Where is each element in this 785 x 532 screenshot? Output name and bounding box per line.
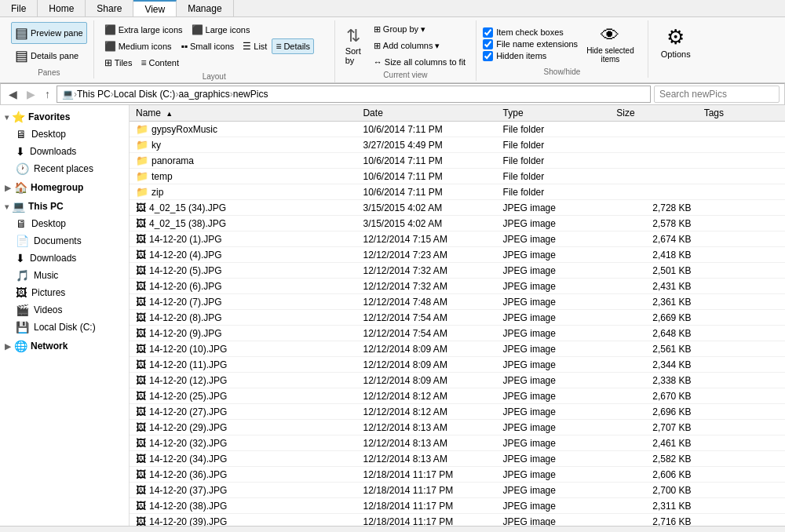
table-row[interactable]: 🖼 4_02_15 (34).JPG 3/15/2015 4:02 AM JPE… (130, 200, 785, 216)
hidden-items-checkbox[interactable] (483, 51, 493, 61)
details-pane-button[interactable]: ▤ Details pane (11, 45, 82, 67)
item-checkboxes-label[interactable]: Item check boxes (483, 27, 578, 38)
table-row[interactable]: 🖼 14-12-20 (32).JPG 12/12/2014 8:13 AM J… (130, 435, 785, 451)
sidebar-item-recent-places[interactable]: 🕐 Recent places (0, 160, 129, 177)
breadcrumb-aa-graphics[interactable]: aa_graphics (178, 89, 229, 100)
table-row[interactable]: 🖼 14-12-20 (9).JPG 12/12/2014 7:54 AM JP… (130, 326, 785, 341)
videos-icon: 🎬 (16, 304, 29, 316)
table-row[interactable]: 🖼 14-12-20 (29).JPG 12/12/2014 8:13 AM J… (130, 420, 785, 435)
file-name: ky (152, 140, 161, 151)
file-name: 14-12-20 (7).JPG (149, 297, 222, 308)
add-columns-button[interactable]: ⊞ Add columns ▾ (370, 38, 469, 53)
item-checkboxes-checkbox[interactable] (483, 27, 493, 38)
col-header-date[interactable]: Date (356, 105, 496, 122)
table-row[interactable]: 🖼 14-12-20 (36).JPG 12/18/2014 11:17 PM … (130, 467, 785, 483)
table-row[interactable]: 🖼 14-12-20 (4).JPG 12/12/2014 7:23 AM JP… (130, 247, 785, 263)
list-button[interactable]: ☰ List (239, 38, 271, 54)
table-row[interactable]: 📁 panorama 10/6/2014 7:11 PM File folder (130, 153, 785, 169)
this-pc-header[interactable]: ▾ 💻 This PC (0, 198, 129, 215)
table-row[interactable]: 🖼 14-12-20 (6).JPG 12/12/2014 7:32 AM JP… (130, 279, 785, 294)
table-row[interactable]: 📁 ky 3/27/2015 4:49 PM File folder (130, 137, 785, 153)
extra-large-icons-button[interactable]: ⬛ Extra large icons (100, 22, 187, 38)
size-all-columns-button[interactable]: ↔ Size all columns to fit (370, 55, 469, 69)
current-view-group-label: Current view (341, 71, 470, 79)
table-row[interactable]: 🖼 14-12-20 (25).JPG 12/12/2014 8:12 AM J… (130, 388, 785, 404)
table-row[interactable]: 🖼 14-12-20 (12).JPG 12/12/2014 8:09 AM J… (130, 373, 785, 388)
sidebar-item-downloads-favorites[interactable]: ⬇ Downloads (0, 143, 129, 160)
table-row[interactable]: 📁 temp 10/6/2014 7:11 PM File folder (130, 169, 785, 184)
back-button[interactable]: ◀ (5, 86, 20, 102)
table-row[interactable]: 🖼 14-12-20 (1).JPG 12/12/2014 7:15 AM JP… (130, 231, 785, 247)
this-pc-label: This PC (28, 201, 64, 212)
hide-selected-items-button[interactable]: 👁 Hide selecteditems (579, 22, 641, 66)
pictures-icon: 🖼 (16, 286, 27, 299)
group-by-label: Group by ▾ (383, 24, 425, 35)
table-row[interactable]: 🖼 14-12-20 (10).JPG 12/12/2014 8:09 AM J… (130, 341, 785, 357)
table-row[interactable]: 🖼 14-12-20 (27).JPG 12/12/2014 8:12 AM J… (130, 404, 785, 420)
tab-view[interactable]: View (133, 0, 177, 16)
breadcrumb-this-pc[interactable]: This PC (77, 89, 111, 100)
preview-pane-button[interactable]: ▤ Preview pane (11, 22, 87, 44)
tab-home[interactable]: Home (38, 0, 86, 16)
small-icons-button[interactable]: ▪▪ Small icons (177, 38, 239, 54)
table-row[interactable]: 🖼 14-12-20 (8).JPG 12/12/2014 7:54 AM JP… (130, 310, 785, 326)
table-row[interactable]: 🖼 14-12-20 (39).JPG 12/18/2014 11:17 PM … (130, 514, 785, 527)
content-button[interactable]: ≡ Content (137, 55, 183, 71)
tab-manage[interactable]: Manage (177, 0, 233, 16)
file-type-cell: JPEG image (497, 294, 611, 310)
sidebar-item-videos[interactable]: 🎬 Videos (0, 301, 129, 319)
large-icons-button[interactable]: ⬛ Large icons (188, 22, 254, 38)
file-size-cell: 2,561 KB (610, 341, 697, 357)
sidebar-item-music[interactable]: 🎵 Music (0, 267, 129, 284)
table-row[interactable]: 🖼 14-12-20 (34).JPG 12/12/2014 8:13 AM J… (130, 451, 785, 467)
table-row[interactable]: 🖼 14-12-20 (11).JPG 12/12/2014 8:09 AM J… (130, 357, 785, 373)
col-header-tags[interactable]: Tags (698, 105, 785, 122)
file-type-cell: JPEG image (497, 341, 611, 357)
forward-button[interactable]: ▶ (24, 86, 38, 102)
table-row[interactable]: 🖼 4_02_15 (38).JPG 3/15/2015 4:02 AM JPE… (130, 216, 785, 231)
sidebar-item-desktop-favorites[interactable]: 🖥 Desktop (0, 126, 129, 143)
group-by-icon: ⊞ (374, 24, 381, 35)
hidden-items-label[interactable]: Hidden items (483, 51, 578, 61)
tiles-button[interactable]: ⊞ Tiles (100, 55, 137, 71)
sidebar-item-documents[interactable]: 📄 Documents (0, 232, 129, 250)
favorites-header[interactable]: ▾ ⭐ Favorites (0, 108, 129, 126)
file-name-extensions-checkbox[interactable] (483, 39, 493, 49)
table-row[interactable]: 📁 zip 10/6/2014 7:11 PM File folder (130, 184, 785, 200)
col-header-type[interactable]: Type (497, 105, 611, 122)
group-by-button[interactable]: ⊞ Group by ▾ (370, 22, 469, 37)
file-name-extensions-label[interactable]: File name extensions (483, 39, 578, 49)
table-row[interactable]: 🖼 14-12-20 (5).JPG 12/12/2014 7:32 AM JP… (130, 263, 785, 279)
sort-by-button[interactable]: ⇅ Sortby (341, 24, 365, 67)
file-icon: 📁 (136, 155, 148, 166)
col-header-size[interactable]: Size (610, 105, 697, 122)
sidebar-item-local-disk[interactable]: 💾 Local Disk (C:) (0, 319, 129, 336)
homegroup-header[interactable]: ▶ 🏠 Homegroup (0, 179, 129, 196)
file-name-cell: 🖼 14-12-20 (6).JPG (130, 279, 356, 294)
breadcrumb-newpics[interactable]: newPics (233, 89, 268, 100)
search-input[interactable] (654, 86, 780, 103)
table-row[interactable]: 🖼 14-12-20 (38).JPG 12/18/2014 11:17 PM … (130, 498, 785, 514)
options-button[interactable]: ⚙ Options (655, 22, 697, 62)
tab-file[interactable]: File (0, 0, 38, 16)
col-header-name[interactable]: Name ▲ (130, 105, 356, 122)
file-icon: 🖼 (136, 296, 146, 308)
preview-pane-icon: ▤ (15, 24, 28, 42)
file-tags-cell (698, 420, 785, 435)
details-button[interactable]: ≡ Details (272, 38, 314, 54)
breadcrumb-local-disk[interactable]: Local Disk (C:) (114, 89, 176, 100)
sidebar-item-desktop-pc[interactable]: 🖥 Desktop (0, 215, 129, 232)
network-header[interactable]: ▶ 🌐 Network (0, 337, 129, 355)
file-name: 4_02_15 (38).JPG (149, 218, 226, 229)
medium-icons-button[interactable]: ⬛ Medium icons (100, 38, 176, 54)
sidebar-item-downloads-pc[interactable]: ⬇ Downloads (0, 250, 129, 267)
file-type-cell: File folder (497, 137, 611, 153)
table-row[interactable]: 📁 gypsyRoxMusic 10/6/2014 7:11 PM File f… (130, 122, 785, 137)
hidden-items-text: Hidden items (496, 51, 546, 60)
up-button[interactable]: ↑ (42, 86, 53, 102)
tab-share[interactable]: Share (86, 0, 133, 16)
sidebar-item-pictures[interactable]: 🖼 Pictures (0, 284, 129, 301)
file-date-cell: 12/18/2014 11:17 PM (356, 483, 496, 498)
table-row[interactable]: 🖼 14-12-20 (7).JPG 12/12/2014 7:48 AM JP… (130, 294, 785, 310)
table-row[interactable]: 🖼 14-12-20 (37).JPG 12/18/2014 11:17 PM … (130, 483, 785, 498)
